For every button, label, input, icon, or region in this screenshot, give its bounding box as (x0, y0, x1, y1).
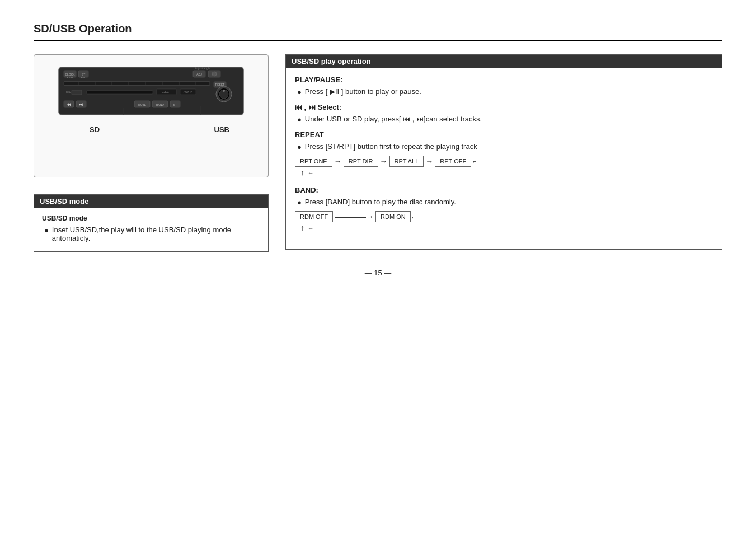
mode-box-header: USB/SD mode (34, 195, 268, 208)
band-flow-arrow: ————→ (335, 212, 374, 221)
usb-label: USB (214, 125, 229, 134)
flow-box-rdm-off: RDM OFF (295, 211, 333, 222)
feedback-up-arrow: ↑ (300, 168, 304, 177)
play-pause-title: PLAY/PAUSE: (295, 76, 713, 84)
band-flow-end: ⌐ (412, 213, 416, 220)
band-flow-wrapper: RDM OFF ————→ RDM ON ⌐ ↑ ←———————— (295, 211, 713, 232)
svg-text:ST: ST (173, 103, 177, 106)
repeat-flow: RPT ONE → RPT DIR → RPT ALL → RPT OFF ⌐ (295, 156, 713, 167)
feedback-line: ←———————————————————————— (308, 170, 462, 176)
band-feedback: ↑ ←———————— (300, 223, 713, 232)
svg-text:BAND: BAND (156, 103, 164, 106)
play-box-header: USB/SD play operation (286, 55, 722, 68)
svg-text:ADJ: ADJ (196, 73, 202, 76)
page-number: — 15 — (34, 269, 722, 277)
flow-box-rpt-dir: RPT DIR (344, 156, 378, 167)
select-bullet: ● Under USB or SD play, press[ ⏮ , ⏭]can… (295, 115, 713, 124)
device-labels: SD USB (56, 125, 246, 134)
mode-subtitle: USB/SD mode (42, 214, 260, 222)
play-box-content: PLAY/PAUSE: ● Press [ ▶II ] button to pl… (286, 68, 722, 249)
play-pause-bullet: ● Press [ ▶II ] button to play or pause. (295, 87, 713, 96)
band-feedback-line: ←———————— (308, 225, 363, 232)
repeat-text: Press [ST/RPT] button first to repeat th… (305, 142, 477, 151)
svg-rect-26 (72, 90, 82, 95)
right-column: USB/SD play operation PLAY/PAUSE: ● Pres… (285, 54, 722, 252)
radio-svg: CLOCK STOP ST RPT Adjust angle ADJ (56, 62, 246, 123)
svg-rect-12 (64, 82, 209, 85)
repeat-flow-wrapper: RPT ONE → RPT DIR → RPT ALL → RPT OFF ⌐ … (295, 156, 713, 177)
flow-box-rdm-on: RDM ON (375, 211, 411, 222)
page-title: SD/USB Operation (34, 22, 722, 41)
svg-text:⏭: ⏭ (79, 102, 83, 107)
svg-point-11 (212, 72, 217, 76)
svg-text:RPT: RPT (81, 76, 86, 79)
svg-point-35 (223, 90, 225, 92)
radio-illustration: CLOCK STOP ST RPT Adjust angle ADJ (41, 62, 261, 151)
band-bullet: ● Press [BAND] button to play the disc r… (295, 198, 713, 207)
flow-box-rpt-all: RPT ALL (389, 156, 424, 167)
bullet-icon-band: ● (297, 198, 302, 207)
select-title-suffix: Select: (317, 103, 341, 111)
svg-text:AUX IN: AUX IN (184, 90, 193, 93)
bullet-icon-select: ● (297, 115, 302, 124)
svg-text:MIC: MIC (66, 90, 72, 93)
svg-text:MUTE: MUTE (138, 103, 147, 106)
svg-text:⏮: ⏮ (67, 102, 71, 107)
svg-rect-31 (87, 91, 153, 94)
play-pause-text: Press [ ▶II ] button to play or pause. (305, 87, 421, 96)
play-operation-box: USB/SD play operation PLAY/PAUSE: ● Pres… (285, 54, 722, 250)
repeat-title: REPEAT (295, 130, 713, 139)
content-area: CLOCK STOP ST RPT Adjust angle ADJ (34, 54, 722, 252)
flow-box-rpt-one: RPT ONE (295, 156, 332, 167)
flow-end-line: ⌐ (473, 158, 476, 165)
band-text: Press [BAND] button to play the disc ran… (305, 198, 456, 207)
flow-arrow-3: → (425, 157, 433, 166)
device-diagram: CLOCK STOP ST RPT Adjust angle ADJ (34, 54, 269, 177)
flow-arrow-1: → (334, 157, 342, 166)
mode-bullet: ● Inset USB/SD,the play will to the USB/… (42, 226, 260, 242)
sd-label: SD (90, 125, 100, 134)
svg-text:STOP: STOP (67, 76, 73, 79)
repeat-bullet: ● Press [ST/RPT] button first to repeat … (295, 142, 713, 151)
bullet-icon: ● (44, 226, 49, 242)
select-text: Under USB or SD play, press[ ⏮ , ⏭]can s… (305, 115, 482, 124)
select-title: ⏮ , ⏭ Select: (295, 103, 713, 111)
flow-arrow-2: → (380, 157, 388, 166)
repeat-feedback: ↑ ←———————————————————————— (300, 168, 713, 177)
band-flow: RDM OFF ————→ RDM ON ⌐ (295, 211, 713, 222)
svg-text:Adjust angle: Adjust angle (195, 67, 210, 70)
band-feedback-arrow: ↑ (300, 223, 304, 232)
bullet-icon-play: ● (297, 88, 302, 96)
flow-box-rpt-off: RPT OFF (435, 156, 471, 167)
select-icon-prefix: ⏮ , ⏭ (295, 103, 316, 111)
band-title: BAND: (295, 186, 713, 194)
usb-sd-mode-box: USB/SD mode USB/SD mode ● Inset USB/SD,t… (34, 194, 269, 252)
mode-box-content: USB/SD mode ● Inset USB/SD,the play will… (34, 208, 268, 251)
left-column: CLOCK STOP ST RPT Adjust angle ADJ (34, 54, 269, 252)
svg-text:RESET: RESET (215, 83, 225, 86)
mode-bullet-text: Inset USB/SD,the play will to the USB/SD… (52, 226, 260, 242)
svg-text:EJECT: EJECT (162, 90, 171, 93)
bullet-icon-repeat: ● (297, 143, 302, 151)
